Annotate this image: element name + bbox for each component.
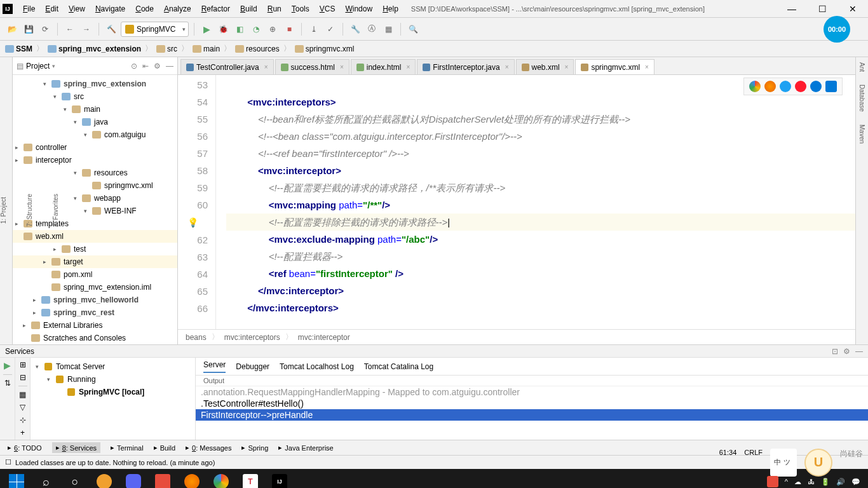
- tree-item[interactable]: spring_mvc_extension.iml: [13, 281, 177, 294]
- ie-icon[interactable]: [810, 81, 822, 92]
- menu-window[interactable]: Window: [340, 4, 377, 13]
- group-icon[interactable]: ▦: [19, 390, 26, 399]
- volume-icon[interactable]: 🔊: [836, 478, 845, 486]
- ant-icon[interactable]: Ⓐ: [365, 22, 379, 36]
- breadcrumb-item[interactable]: springmvc.xml: [295, 44, 355, 53]
- tool-maven[interactable]: Maven: [858, 125, 865, 144]
- bottom-tab[interactable]: ▸Build: [154, 444, 175, 452]
- tree-item[interactable]: ▾spring_mvc_extension: [13, 78, 177, 90]
- open-icon[interactable]: 📂: [5, 22, 19, 36]
- add-icon[interactable]: +: [20, 428, 25, 437]
- firefox-icon[interactable]: [764, 81, 776, 92]
- breadcrumb-item[interactable]: spring_mvc_extension: [48, 44, 141, 53]
- service-subtab[interactable]: Server: [203, 360, 226, 373]
- close-icon[interactable]: ×: [565, 64, 569, 71]
- menu-build[interactable]: Build: [235, 4, 262, 13]
- gear-icon[interactable]: ⚙: [843, 347, 850, 356]
- chrome-icon[interactable]: [749, 81, 761, 92]
- run-button[interactable]: ▶: [200, 22, 214, 36]
- tree-item[interactable]: ▾com.atguigu: [13, 128, 177, 141]
- bottom-tab[interactable]: ▸8: Services: [52, 442, 100, 453]
- editor-tab[interactable]: index.html×: [351, 59, 416, 74]
- project-panel-title[interactable]: ▤ Project ▾: [17, 62, 55, 71]
- cortana-button[interactable]: ○: [61, 469, 89, 488]
- tree-icon[interactable]: ⊹: [20, 416, 26, 424]
- app-2[interactable]: [119, 469, 147, 488]
- tree-item[interactable]: web.xml: [13, 230, 177, 243]
- code-content[interactable]: <mvc:interceptors> <!--bean和ref标签所配置的拦截器…: [216, 75, 855, 329]
- bottom-tab[interactable]: ▸Java Enterprise: [278, 444, 333, 452]
- expand-all-icon[interactable]: ⊞: [20, 360, 26, 369]
- debug-button[interactable]: 🐞: [216, 22, 230, 36]
- project-tree[interactable]: ▾spring_mvc_extension▾src▾main▾java▾com.…: [13, 75, 177, 344]
- tool-structure[interactable]: 7: Structure: [26, 194, 33, 227]
- update-button[interactable]: ⤓: [307, 22, 321, 36]
- close-icon[interactable]: ×: [406, 64, 410, 71]
- battery-icon[interactable]: 🔋: [821, 478, 830, 486]
- bottom-tab[interactable]: ▸Terminal: [111, 444, 144, 452]
- firefox-app[interactable]: [178, 469, 206, 488]
- bottom-tab[interactable]: ▸Spring: [241, 444, 268, 452]
- editor-tab[interactable]: FirstInterceptor.java×: [417, 59, 514, 74]
- editor-body[interactable]: 5354555657585960💡6263646566 <mvc:interce…: [178, 75, 855, 329]
- tree-item[interactable]: ▾main: [13, 103, 177, 116]
- minimize-button[interactable]: —: [779, 1, 804, 17]
- hide-icon[interactable]: —: [166, 62, 173, 71]
- menu-vcs[interactable]: VCS: [315, 4, 341, 13]
- tree-item[interactable]: ▸spring_mvc_rest: [13, 306, 177, 319]
- tree-item[interactable]: ▸templates: [13, 217, 177, 230]
- service-tree-item[interactable]: ▾Running: [33, 373, 193, 386]
- tool-favorites[interactable]: 2: Favorites: [52, 194, 59, 227]
- filter-icon[interactable]: ▽: [20, 403, 25, 412]
- menu-view[interactable]: View: [64, 4, 90, 13]
- run-config-selector[interactable]: SpringMVC: [121, 22, 189, 37]
- structure-icon[interactable]: ▦: [381, 22, 395, 36]
- search-icon[interactable]: 🔍: [406, 22, 420, 36]
- services-tree[interactable]: ▾Tomcat Server▾RunningSpringMVC [local]: [31, 358, 196, 440]
- close-icon[interactable]: ×: [264, 64, 268, 71]
- tree-item[interactable]: ▸test: [13, 243, 177, 255]
- expand-icon[interactable]: ⊡: [832, 347, 838, 356]
- collapse-icon[interactable]: ⇤: [142, 62, 149, 71]
- tree-item[interactable]: ▾resources: [13, 166, 177, 179]
- editor-tab[interactable]: springmvc.xml×: [575, 59, 654, 74]
- tree-item[interactable]: ▾WEB-INF: [13, 205, 177, 217]
- tree-item[interactable]: ▸spring_mvc_helloworld: [13, 294, 177, 306]
- tree-item[interactable]: ▾src: [13, 90, 177, 103]
- service-tree-item[interactable]: ▾Tomcat Server: [33, 360, 193, 373]
- service-tree-item[interactable]: SpringMVC [local]: [33, 386, 193, 398]
- tree-item[interactable]: ▸target: [13, 255, 177, 268]
- onedrive-icon[interactable]: ☁: [794, 478, 801, 486]
- menu-refactor[interactable]: Refactor: [196, 4, 235, 13]
- edge-icon[interactable]: [825, 81, 837, 92]
- menu-tools[interactable]: Tools: [287, 4, 315, 13]
- tool-ant[interactable]: Ant: [858, 62, 865, 72]
- menu-help[interactable]: Help: [377, 4, 403, 13]
- hide-icon[interactable]: —: [855, 347, 863, 356]
- menu-navigate[interactable]: Navigate: [90, 4, 130, 13]
- tree-item[interactable]: Scratches and Consoles: [13, 332, 177, 344]
- output-body[interactable]: .annotation.RequestMappingHandlerMapping…: [196, 386, 868, 440]
- start-button[interactable]: [3, 469, 31, 488]
- app-3[interactable]: [149, 469, 177, 488]
- attach-button[interactable]: ⊕: [266, 22, 280, 36]
- tool-project[interactable]: 1: Project: [0, 197, 7, 224]
- stop-button[interactable]: ■: [282, 22, 296, 36]
- tree-item[interactable]: ▾webapp: [13, 192, 177, 205]
- xml-breadcrumb-item[interactable]: mvc:interceptor: [298, 333, 350, 342]
- network-icon[interactable]: 🖧: [808, 478, 815, 485]
- app-t[interactable]: T: [236, 469, 264, 488]
- menu-file[interactable]: File: [18, 4, 40, 13]
- chrome-app[interactable]: [207, 469, 235, 488]
- back-icon[interactable]: ←: [63, 22, 77, 36]
- service-subtab[interactable]: Debugger: [236, 362, 269, 371]
- filter-icon[interactable]: ⇅: [4, 379, 11, 388]
- close-icon[interactable]: ×: [645, 64, 649, 71]
- tree-item[interactable]: ▸External Libraries: [13, 319, 177, 332]
- tray-up-icon[interactable]: ^: [785, 478, 788, 485]
- intellij-app[interactable]: IJ: [266, 469, 294, 488]
- service-subtab[interactable]: Tomcat Localhost Log: [280, 362, 354, 371]
- app-1[interactable]: [90, 469, 118, 488]
- search-button[interactable]: ⌕: [32, 469, 60, 488]
- opera-icon[interactable]: [795, 81, 806, 92]
